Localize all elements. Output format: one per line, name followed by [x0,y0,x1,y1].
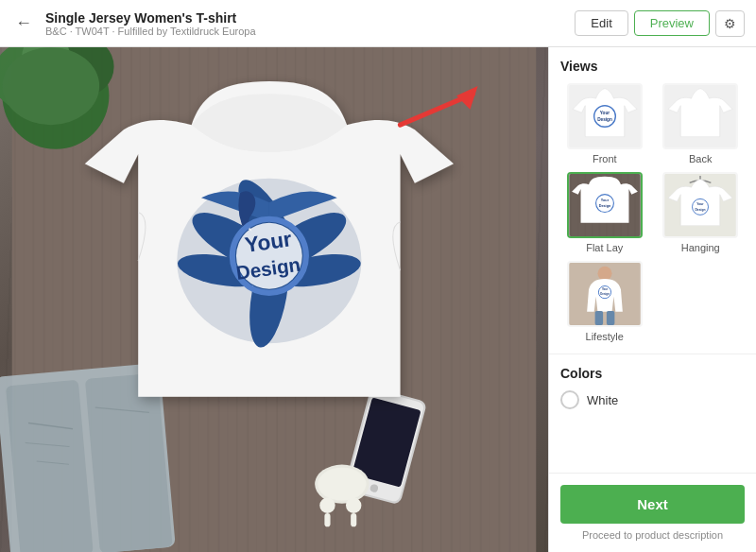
svg-text:Your: Your [697,202,705,206]
flat-lay-thumb-svg: Your Design [569,174,641,236]
mockup-background: Your Design [0,47,548,552]
header-actions: Edit Preview ⚙ [575,10,745,37]
color-option-white[interactable]: White [560,390,745,409]
mockup-panel: Your Design [0,47,548,552]
gear-icon: ⚙ [724,16,736,31]
view-item-hanging[interactable]: Your Design Hanging [657,172,746,253]
svg-point-58 [597,267,611,281]
svg-point-23 [318,468,366,501]
view-thumb-lifestyle: Your Design [567,261,643,327]
svg-text:Design: Design [696,208,706,212]
view-thumb-flat-lay: Your Design [567,172,643,238]
back-thumb-svg [664,85,736,147]
svg-rect-63 [607,311,614,325]
svg-point-17 [2,47,99,125]
view-label-lifestyle: Lifestyle [586,331,624,342]
bottom-action: Next Proceed to product description [549,473,756,552]
proceed-label: Proceed to product description [560,529,745,541]
edit-button[interactable]: Edit [575,10,627,36]
svg-point-24 [319,497,335,512]
svg-text:Your: Your [602,287,609,291]
color-swatch-white [560,390,579,409]
view-item-flat-lay[interactable]: Your Design Flat Lay [560,172,649,253]
lifestyle-thumb-svg: Your Design [569,263,641,325]
svg-text:Your: Your [601,198,610,202]
view-thumb-hanging: Your Design [662,172,738,238]
views-section: Views Your Design Front [549,47,756,354]
view-label-flat-lay: Flat Lay [586,242,623,253]
svg-rect-25 [324,513,330,526]
svg-text:Your: Your [600,111,610,115]
view-thumb-back [662,83,738,149]
view-item-back[interactable]: Back [657,83,746,164]
view-label-hanging: Hanging [681,242,720,253]
svg-text:Design: Design [600,292,610,296]
svg-text:Design: Design [598,204,610,208]
right-panel: Views Your Design Front [548,47,756,552]
view-thumb-front: Your Design [567,83,643,149]
svg-rect-7 [6,380,94,552]
svg-rect-62 [594,311,602,325]
back-button[interactable]: ← [11,9,36,37]
tshirt-mockup: Your Design [0,47,548,552]
settings-button[interactable]: ⚙ [715,10,745,37]
views-grid: Your Design Front Back [560,83,745,342]
view-item-lifestyle[interactable]: Your Design Lifestyle [560,261,649,342]
front-thumb-svg: Your Design [569,85,641,147]
view-label-back: Back [689,153,712,164]
svg-point-26 [346,497,361,512]
svg-rect-8 [85,372,173,552]
hanging-thumb-svg: Your Design [664,174,736,236]
colors-title: Colors [560,366,745,381]
next-button[interactable]: Next [560,485,745,524]
header: ← Single Jersey Women's T-shirt B&C · TW… [0,0,756,47]
views-title: Views [560,59,745,74]
main-content: Your Design Views [0,47,756,552]
color-label-white: White [587,393,618,407]
product-name: Single Jersey Women's T-shirt [45,10,575,26]
svg-text:Design: Design [597,117,612,122]
product-info: Single Jersey Women's T-shirt B&C · TW04… [45,10,575,37]
svg-rect-27 [351,513,356,526]
preview-button[interactable]: Preview [634,10,710,36]
product-subtitle: B&C · TW04T · Fulfilled by Textildruck E… [45,26,575,37]
view-item-front[interactable]: Your Design Front [560,83,649,164]
view-label-front: Front [593,153,617,164]
colors-section: Colors White [549,354,756,421]
